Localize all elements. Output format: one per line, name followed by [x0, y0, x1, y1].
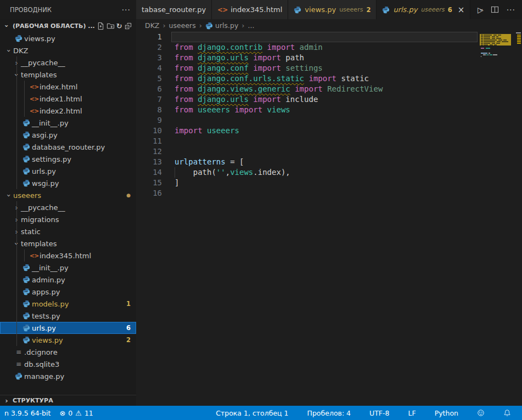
- tree-item-label: database_roouter.py: [32, 143, 105, 151]
- tab-urls.py[interactable]: urls.pyuseeers6×: [377, 0, 470, 19]
- chevron-down-icon[interactable]: ›: [478, 8, 485, 11]
- code-token: views: [262, 105, 290, 114]
- tree-item-views.py[interactable]: views.py: [0, 32, 136, 44]
- tree-item-templates[interactable]: ›templates: [0, 69, 136, 81]
- tree-item-useeers[interactable]: ›useeers●: [0, 189, 136, 201]
- python-icon: [21, 167, 32, 175]
- tree-item-database_roouter.py[interactable]: database_roouter.py: [0, 141, 136, 153]
- tree-item-.dcignore[interactable]: ≡.dcignore: [0, 346, 136, 358]
- tree-item-label: migrations: [21, 215, 59, 224]
- tree-item-views.py[interactable]: views.py2: [0, 334, 136, 346]
- minimap-line: [494, 44, 497, 46]
- tree-item-static[interactable]: ›static: [0, 225, 136, 237]
- code-token: django.urls: [198, 95, 249, 104]
- breadcrumb-item-DKZ[interactable]: DKZ: [145, 21, 159, 30]
- tree-item-__pycache__[interactable]: ›__pycache__: [0, 201, 136, 213]
- more-actions-icon[interactable]: ···: [507, 5, 515, 14]
- python-icon: [13, 35, 24, 42]
- workspace-section-header[interactable]: › (РАБОЧАЯ ОБЛАСТЬ) ... ↻: [0, 19, 136, 32]
- problems-status[interactable]: ⊗ 0 ⚠ 11: [55, 406, 97, 420]
- tree-item-tests.py[interactable]: tests.py: [0, 310, 136, 322]
- indentation-status[interactable]: Пробелов: 4: [303, 406, 356, 420]
- refresh-icon[interactable]: ↻: [116, 20, 122, 31]
- collapse-folders-icon[interactable]: [124, 20, 132, 31]
- tree-item-index.html[interactable]: <>index.html: [0, 81, 136, 93]
- cursor-position-status[interactable]: Строка 1, столбец 1: [211, 406, 293, 420]
- minimap-line: [483, 54, 486, 55]
- tree-item-label: templates: [21, 71, 57, 79]
- tree-item-admin.py[interactable]: admin.py: [0, 274, 136, 286]
- encoding-status[interactable]: UTF-8: [365, 406, 394, 420]
- minimap-line: [489, 54, 489, 55]
- split-editor-icon[interactable]: [491, 5, 499, 14]
- views-and-more-actions-icon[interactable]: ···: [122, 5, 131, 14]
- eol-status[interactable]: LF: [404, 406, 420, 420]
- code-line: path('',views.index),: [175, 167, 478, 178]
- code-line: from useeers import views: [175, 105, 478, 115]
- tree-item-index1.html[interactable]: <>index1.html: [0, 93, 136, 105]
- breadcrumb-item-urls.py[interactable]: urls.py: [205, 21, 238, 30]
- tree-item-__init__.py[interactable]: __init__.py: [0, 117, 136, 129]
- tree-item-label: __init__.py: [32, 264, 69, 272]
- ruler-warning-mark: [517, 35, 521, 36]
- workspace-label: (РАБОЧАЯ ОБЛАСТЬ) ...: [13, 22, 95, 30]
- code-token: import: [267, 43, 295, 52]
- ruler-warning-mark: [517, 43, 521, 44]
- outline-section-header[interactable]: › СТРУКТУРА: [0, 395, 136, 406]
- minimap-line: [484, 41, 495, 42]
- tab-problems-badge: 2: [366, 6, 371, 14]
- code-token: django.conf: [198, 64, 249, 72]
- tab-tabase_roouter.py[interactable]: tabase_roouter.py: [136, 0, 212, 19]
- tree-item-templates[interactable]: ›templates: [0, 237, 136, 249]
- tree-item-asgi.py[interactable]: asgi.py: [0, 129, 136, 141]
- language-mode-status[interactable]: Python: [430, 406, 463, 420]
- tree-item-settings.py[interactable]: settings.py: [0, 153, 136, 165]
- chevron-collapsed-icon: ›: [2, 396, 11, 405]
- code-token: RedirectView: [323, 84, 383, 93]
- code-line: [175, 136, 478, 146]
- tree-item-DKZ[interactable]: ›DKZ: [0, 44, 136, 56]
- tree-item-migrations[interactable]: ›migrations: [0, 213, 136, 225]
- tree-item-__init__.py[interactable]: __init__.py: [0, 262, 136, 274]
- tree-item-wsgi.py[interactable]: wsgi.py: [0, 177, 136, 189]
- code-line: [175, 32, 478, 42]
- tree-item-label: tests.py: [32, 312, 60, 320]
- minimap-line: [481, 41, 483, 42]
- python-icon: [382, 6, 390, 14]
- feedback-icon[interactable]: [473, 406, 489, 420]
- minimap-line: [502, 41, 509, 42]
- tree-item-db.sqlite3[interactable]: ≡db.sqlite3: [0, 358, 136, 370]
- tree-item-index2.html[interactable]: <>index2.html: [0, 105, 136, 117]
- code-editor[interactable]: 12345678910111213141516 from django.cont…: [136, 32, 522, 406]
- run-python-file-button[interactable]: ▷›: [478, 5, 483, 14]
- code-line: from django.urls import path: [175, 53, 478, 63]
- tree-item-label: index2.html: [40, 107, 82, 115]
- tree-item-urls.py[interactable]: urls.py: [0, 165, 136, 177]
- new-file-icon[interactable]: [97, 20, 105, 31]
- breadcrumb-item-...[interactable]: ...: [248, 21, 255, 30]
- minimap-line: [484, 38, 490, 39]
- breadcrumb-separator-icon: ›: [242, 21, 244, 30]
- chevron-expanded-icon: ›: [3, 21, 11, 30]
- tab-index345.html[interactable]: <>index345.html: [212, 0, 288, 19]
- html-icon: <>: [29, 107, 40, 115]
- code-token: path(: [175, 168, 216, 177]
- minimap[interactable]: [479, 32, 515, 406]
- tree-item-manage.py[interactable]: manage.py: [0, 370, 136, 382]
- minimap-line: [489, 53, 490, 54]
- tree-item-urls.py[interactable]: urls.py6: [0, 322, 136, 334]
- code-token: admin: [295, 43, 323, 52]
- minimap-line: [492, 43, 495, 44]
- tab-views.py[interactable]: views.pyuseeers2: [288, 0, 377, 19]
- tree-item-apps.py[interactable]: apps.py: [0, 286, 136, 298]
- close-icon[interactable]: ×: [458, 5, 465, 15]
- python-interpreter-status[interactable]: n 3.9.5 64-bit: [0, 406, 55, 420]
- tree-item-__pycache__[interactable]: ›__pycache__: [0, 56, 136, 69]
- code-token: ,: [226, 168, 230, 177]
- new-folder-icon[interactable]: [106, 20, 115, 31]
- tree-item-models.py[interactable]: models.py1: [0, 298, 136, 310]
- breadcrumb-item-useeers[interactable]: useeers: [169, 21, 196, 30]
- code-token: [262, 43, 267, 52]
- notifications-bell-icon[interactable]: [499, 406, 515, 420]
- tree-item-index345.html[interactable]: <>index345.html: [0, 249, 136, 262]
